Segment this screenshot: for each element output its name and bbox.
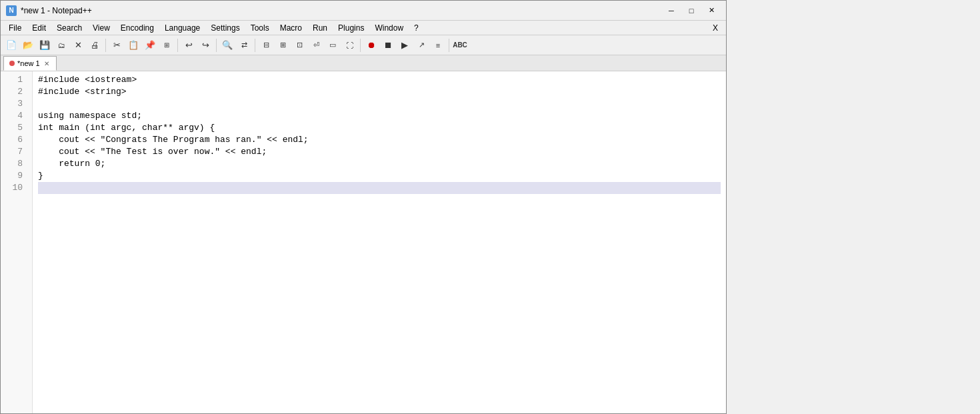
macro-save-button[interactable]: ↗ xyxy=(413,37,429,53)
menu-edit[interactable]: Edit xyxy=(27,21,51,35)
sep-2 xyxy=(177,39,178,52)
select-all-button[interactable]: ⊞ xyxy=(159,37,175,53)
sep-6 xyxy=(449,39,449,52)
code-line-9: } xyxy=(38,170,721,182)
new-button[interactable]: 📄 xyxy=(3,37,19,53)
menu-language[interactable]: Language xyxy=(159,21,205,35)
zoom-in-button[interactable]: ⊞ xyxy=(275,37,291,53)
code-line-1: #include <iostream> xyxy=(38,74,721,86)
save-all-button[interactable]: 🗂 xyxy=(53,37,69,53)
restore-zoom-button[interactable]: ⊡ xyxy=(291,37,307,53)
find-replace-button[interactable]: ⇄ xyxy=(236,37,252,53)
code-line-4: using namespace std; xyxy=(38,110,721,122)
menu-tools[interactable]: Tools xyxy=(245,21,275,35)
open-button[interactable]: 📂 xyxy=(20,37,36,53)
line-num-6: 6 xyxy=(1,134,27,146)
menu-view[interactable]: View xyxy=(87,21,115,35)
tab-bar: *new 1 ✕ xyxy=(1,55,726,71)
line-numbers: 1 2 3 4 5 6 7 8 9 10 xyxy=(1,71,33,413)
title-bar: N *new 1 - Notepad++ ─ □ ✕ xyxy=(1,1,726,21)
panel-button[interactable]: ▭ xyxy=(325,37,341,53)
menu-macro[interactable]: Macro xyxy=(275,21,307,35)
toolbar: 📄 📂 💾 🗂 ✕ 🖨 ✂ 📋 📌 ⊞ ↩ ↪ 🔍 ⇄ ⊟ ⊞ ⊡ ⏎ ▭ ⛶ … xyxy=(1,35,726,55)
app-window: N *new 1 - Notepad++ ─ □ ✕ File Edit Sea… xyxy=(0,0,727,414)
tab-close-button[interactable]: ✕ xyxy=(43,59,51,67)
sep-4 xyxy=(255,39,255,52)
line-num-9: 9 xyxy=(1,170,27,182)
find-button[interactable]: 🔍 xyxy=(219,37,235,53)
editor-container: 1 2 3 4 5 6 7 8 9 10 #include <iostream>… xyxy=(1,71,726,413)
title-text: *new 1 - Notepad++ xyxy=(21,6,92,15)
tab-label: *new 1 xyxy=(17,59,40,67)
copy-button[interactable]: 📋 xyxy=(125,37,141,53)
menu-help[interactable]: ? xyxy=(409,21,424,35)
line-num-1: 1 xyxy=(1,74,27,86)
window-close-button[interactable]: ✕ xyxy=(702,4,721,17)
code-line-5: int main (int argc, char** argv) { xyxy=(38,122,721,134)
minimize-button[interactable]: ─ xyxy=(662,4,681,17)
print-button[interactable]: 🖨 xyxy=(87,37,103,53)
code-area[interactable]: #include <iostream> #include <string> us… xyxy=(33,71,726,413)
menu-run[interactable]: Run xyxy=(307,21,333,35)
paste-button[interactable]: 📌 xyxy=(142,37,158,53)
save-button[interactable]: 💾 xyxy=(37,37,53,53)
app-icon: N xyxy=(6,5,17,16)
line-num-4: 4 xyxy=(1,110,27,122)
tab-modified-indicator xyxy=(9,61,15,66)
code-line-2: #include <string> xyxy=(38,86,721,98)
code-line-10 xyxy=(38,182,721,194)
maximize-button[interactable]: □ xyxy=(682,4,701,17)
sep-3 xyxy=(216,39,217,52)
menu-encoding[interactable]: Encoding xyxy=(115,21,159,35)
macro-play-button[interactable]: ▶ xyxy=(397,37,413,53)
tab-new1[interactable]: *new 1 ✕ xyxy=(3,56,57,71)
cut-button[interactable]: ✂ xyxy=(109,37,125,53)
line-num-3: 3 xyxy=(1,98,27,110)
code-line-6: cout << "Congrats The Program has ran." … xyxy=(38,134,721,146)
sep-5 xyxy=(360,39,361,52)
macro-manage-button[interactable]: ≡ xyxy=(430,37,446,53)
menu-close-x[interactable]: X xyxy=(707,22,723,34)
menu-search[interactable]: Search xyxy=(51,21,87,35)
line-num-5: 5 xyxy=(1,122,27,134)
line-num-8: 8 xyxy=(1,158,27,170)
macro-record-button[interactable]: ⏺ xyxy=(363,37,379,53)
menu-window[interactable]: Window xyxy=(369,21,409,35)
menu-file[interactable]: File xyxy=(3,21,27,35)
menu-bar: File Edit Search View Encoding Language … xyxy=(1,21,726,35)
code-line-3 xyxy=(38,98,721,110)
code-line-8: return 0; xyxy=(38,158,721,170)
line-num-2: 2 xyxy=(1,86,27,98)
title-bar-left: N *new 1 - Notepad++ xyxy=(6,5,92,16)
zoom-out-button[interactable]: ⊟ xyxy=(258,37,274,53)
line-num-7: 7 xyxy=(1,146,27,158)
window-controls: ─ □ ✕ xyxy=(662,4,721,17)
line-num-10: 10 xyxy=(1,182,27,194)
fullscreen-button[interactable]: ⛶ xyxy=(341,37,357,53)
wrap-button[interactable]: ⏎ xyxy=(308,37,324,53)
redo-button[interactable]: ↪ xyxy=(197,37,213,53)
macro-stop-button[interactable]: ⏹ xyxy=(380,37,396,53)
menu-plugins[interactable]: Plugins xyxy=(333,21,369,35)
undo-button[interactable]: ↩ xyxy=(181,37,197,53)
close-file-button[interactable]: ✕ xyxy=(70,37,86,53)
menu-settings[interactable]: Settings xyxy=(205,21,245,35)
sep-1 xyxy=(105,39,106,52)
spellcheck-button[interactable]: ABC xyxy=(452,37,468,53)
code-line-7: cout << "The Test is over now." << endl; xyxy=(38,146,721,158)
